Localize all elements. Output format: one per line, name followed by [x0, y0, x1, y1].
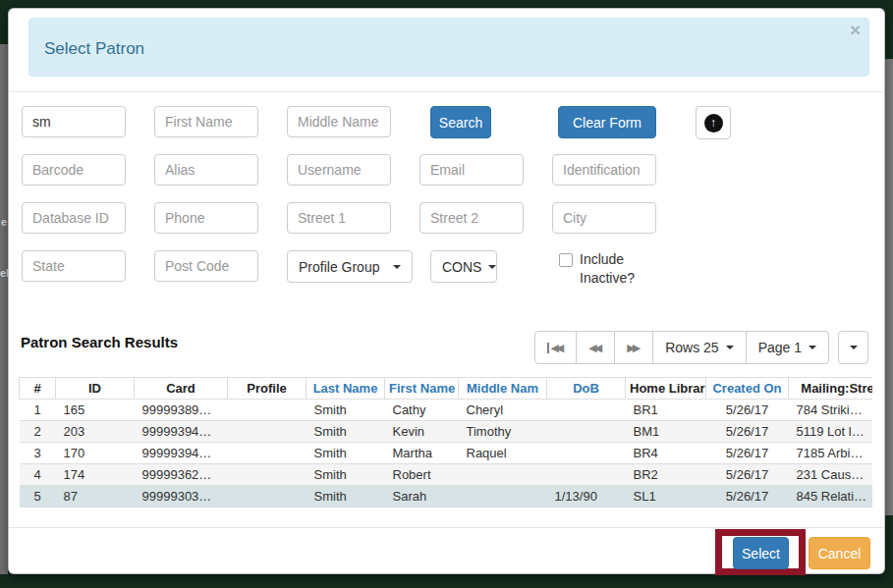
cell-middle-name [459, 486, 547, 508]
last-name-input[interactable] [22, 106, 126, 137]
alias-input[interactable] [154, 154, 258, 186]
table-header-row: # ID Card Profile Last Name First Name M… [20, 378, 873, 400]
cell-last-name: Smith [307, 400, 385, 421]
table-row[interactable]: 1 165 99999389… Smith Cathy Cheryl BR1 5… [20, 400, 873, 421]
clear-form-button[interactable]: Clear Form [558, 106, 656, 138]
profile-group-dropdown[interactable]: Profile Group [287, 250, 413, 283]
cell-id: 174 [56, 464, 135, 486]
table-row[interactable]: 2 203 99999394… Smith Kevin Timothy BM1 … [20, 421, 873, 443]
phone-input[interactable] [154, 202, 258, 234]
org-unit-dropdown[interactable]: CONS [430, 250, 497, 283]
cell-index: 5 [20, 486, 56, 508]
cell-last-name: Smith [307, 486, 385, 508]
first-page-button[interactable]: ◀◀ [534, 331, 577, 364]
column-header-card: Card [135, 378, 228, 400]
identification-input[interactable] [552, 154, 656, 186]
cell-home-library: BR4 [626, 443, 706, 464]
email-input[interactable] [419, 154, 524, 186]
column-header-first-name[interactable]: First Name [385, 378, 459, 400]
cell-id: 170 [56, 443, 135, 464]
cell-profile [228, 464, 307, 486]
backdrop-text-fragment: e [1, 216, 7, 228]
cell-middle-name [459, 464, 547, 486]
cell-home-library: BR1 [626, 400, 706, 421]
cell-card: 99999394… [135, 443, 228, 464]
page-number-dropdown[interactable]: Page 1 [746, 331, 829, 364]
include-inactive-checkbox[interactable] [559, 253, 573, 267]
table-row[interactable]: 3 170 99999394… Smith Martha Raquel BR4 … [20, 443, 873, 464]
street1-input[interactable] [287, 202, 391, 234]
select-patron-modal: Select Patron × Search Clear Form ↑ Prof… [8, 8, 885, 574]
cell-created-on: 5/26/17 [706, 443, 789, 464]
page-number-label: Page 1 [758, 340, 802, 355]
chevron-down-icon [488, 265, 496, 269]
next-page-button[interactable]: ▶▶ [614, 331, 653, 364]
cell-created-on: 5/26/17 [706, 421, 789, 443]
table-row[interactable]: 4 174 99999362… Smith Robert BR2 5/26/17… [20, 464, 873, 486]
cell-mailing-street: 7185 Arbi… [789, 443, 873, 464]
next-page-icon: ▶▶ [627, 342, 641, 354]
cell-id: 203 [56, 421, 135, 443]
cell-profile [228, 421, 307, 443]
street2-input[interactable] [419, 202, 524, 234]
chevron-down-icon [393, 265, 401, 269]
backdrop-right-strip [884, 59, 893, 515]
cell-profile [228, 486, 307, 508]
first-name-input[interactable] [154, 106, 258, 137]
column-header-home-library: Home Librar [626, 378, 706, 400]
column-header-last-name[interactable]: Last Name [307, 378, 385, 400]
pagination-controls: ◀◀ ◀◀ ▶▶ Rows 25 Page 1 [534, 331, 868, 364]
search-form-row-3 [22, 202, 685, 235]
chevron-down-icon [809, 346, 816, 349]
middle-name-input[interactable] [287, 106, 391, 137]
previous-page-button[interactable]: ◀◀ [576, 331, 615, 364]
cell-last-name: Smith [307, 421, 385, 443]
cell-card: 99999394… [135, 421, 228, 443]
toggle-advanced-search-button[interactable]: ↑ [696, 106, 731, 139]
search-form-row-2 [22, 154, 685, 187]
column-header-dob[interactable]: DoB [547, 378, 626, 400]
cell-id: 165 [56, 400, 135, 421]
cell-index: 2 [20, 421, 56, 443]
cancel-button[interactable]: Cancel [809, 537, 870, 569]
cell-middle-name: Timothy [459, 421, 547, 443]
first-page-icon [547, 343, 549, 353]
rows-per-page-dropdown[interactable]: Rows 25 [652, 331, 746, 364]
cell-first-name: Sarah [385, 486, 459, 508]
post-code-input[interactable] [154, 250, 258, 282]
column-header-index: # [20, 378, 56, 400]
chevron-down-icon [726, 346, 734, 349]
cell-first-name: Robert [385, 464, 459, 486]
cell-card: 99999303… [135, 486, 228, 508]
username-input[interactable] [287, 154, 391, 186]
barcode-input[interactable] [22, 154, 126, 186]
search-button[interactable]: Search [430, 106, 491, 138]
modal-title: Select Patron [44, 39, 144, 59]
cell-mailing-street: 845 Relati… [789, 486, 873, 508]
cell-dob [547, 464, 626, 486]
grid-options-dropdown[interactable] [838, 331, 868, 364]
cell-last-name: Smith [307, 443, 385, 464]
column-header-id: ID [56, 378, 135, 400]
table-row-selected[interactable]: 5 87 99999303… Smith Sarah 1/13/90 SL1 5… [20, 486, 873, 508]
city-input[interactable] [552, 202, 656, 234]
cell-id: 87 [56, 486, 135, 508]
previous-page-icon: ◀◀ [588, 342, 602, 354]
cell-dob [547, 443, 626, 464]
column-header-middle-name[interactable]: Middle Nam [459, 378, 547, 400]
database-id-input[interactable] [22, 202, 126, 234]
cell-home-library: BR2 [626, 464, 706, 486]
cell-last-name: Smith [307, 464, 385, 486]
select-button[interactable]: Select [733, 537, 789, 569]
cell-mailing-street: 5119 Lot l… [789, 421, 873, 443]
include-inactive-label: Include Inactive? [580, 250, 644, 288]
state-input[interactable] [22, 250, 126, 282]
cell-dob: 1/13/90 [547, 486, 626, 508]
column-header-created-on[interactable]: Created On [706, 378, 789, 400]
close-icon[interactable]: × [850, 20, 861, 41]
cell-mailing-street: 784 Striki… [789, 400, 873, 421]
header-divider [9, 91, 884, 92]
include-inactive-option[interactable]: Include Inactive? [559, 250, 644, 288]
cell-index: 1 [20, 400, 56, 421]
cell-created-on: 5/26/17 [706, 400, 789, 421]
